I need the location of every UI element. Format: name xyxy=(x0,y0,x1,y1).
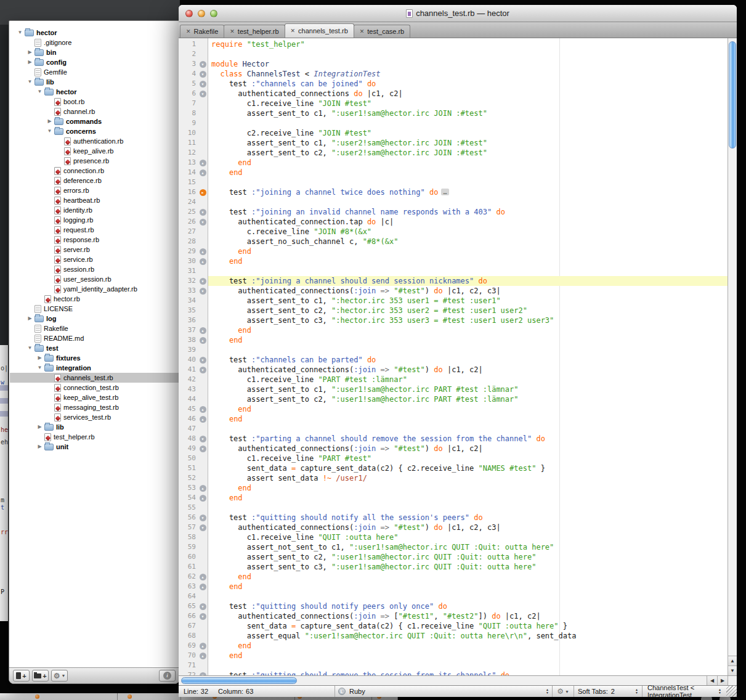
scroll-left-arrow[interactable]: ◀ xyxy=(707,676,717,685)
fold-start-marker[interactable]: ▾ xyxy=(197,79,208,89)
disclosure-closed-icon[interactable]: ▶ xyxy=(36,353,44,363)
scroll-right-arrow[interactable]: ▶ xyxy=(717,676,728,685)
tree-item[interactable]: ▶config xyxy=(10,57,179,67)
tree-item[interactable]: authentication.rb xyxy=(10,136,179,146)
tree-item[interactable]: ▶fixtures xyxy=(10,353,179,363)
tree-item[interactable]: request.rb xyxy=(10,225,179,235)
disclosure-closed-icon[interactable]: ▶ xyxy=(26,47,34,57)
title-bar[interactable]: channels_test.rb — hector xyxy=(179,5,737,22)
disclosure-open-icon[interactable]: ▼ xyxy=(26,343,34,353)
new-folder-button[interactable]: + xyxy=(32,670,49,682)
fold-start-marker[interactable]: ▾ xyxy=(197,217,208,227)
tree-item[interactable]: yaml_identity_adapter.rb xyxy=(10,284,179,294)
fold-start-marker[interactable]: ▾ xyxy=(197,69,208,79)
tree-item[interactable]: errors.rb xyxy=(10,185,179,195)
tree-item[interactable]: boot.rb xyxy=(10,97,179,107)
info-button[interactable]: i xyxy=(159,670,176,682)
resize-grip[interactable] xyxy=(726,686,737,697)
tree-item[interactable]: LICENSE xyxy=(10,304,179,314)
soft-tabs-selector[interactable]: Soft Tabs: 2 ▲▼ xyxy=(574,688,642,695)
fold-end-marker[interactable]: ▴ xyxy=(197,572,208,582)
fold-end-marker[interactable]: ▴ xyxy=(197,158,208,168)
tree-item[interactable]: hector.rb xyxy=(10,294,179,304)
tree-item[interactable]: keep_alive_test.rb xyxy=(10,393,179,402)
disclosure-closed-icon[interactable]: ▶ xyxy=(46,116,54,126)
tree-item[interactable]: identity.rb xyxy=(10,205,179,215)
fold-end-marker[interactable]: ▴ xyxy=(197,651,208,661)
fold-end-marker[interactable]: ▴ xyxy=(197,483,208,493)
fold-start-marker[interactable]: ▾ xyxy=(197,434,208,444)
disclosure-open-icon[interactable]: ▼ xyxy=(46,126,54,136)
vertical-scrollbar[interactable]: ▲ ▼ xyxy=(728,38,737,675)
fold-start-marker[interactable]: ▾ xyxy=(197,59,208,69)
tab-channels_test.rb[interactable]: ✕channels_test.rb xyxy=(285,23,354,38)
fold-end-marker[interactable]: ▴ xyxy=(197,404,208,414)
horizontal-scrollbar-thumb[interactable] xyxy=(181,677,297,684)
tree-item[interactable]: .gitignore xyxy=(10,38,179,47)
tree-item[interactable]: services_test.rb xyxy=(10,412,179,422)
tab-close-icon[interactable]: ✕ xyxy=(360,28,365,35)
tree-item[interactable]: presence.rb xyxy=(10,156,179,166)
new-file-button[interactable]: + xyxy=(13,670,30,682)
language-selector[interactable]: L Ruby ▲▼ xyxy=(335,688,552,695)
disclosure-closed-icon[interactable]: ▶ xyxy=(36,442,44,452)
code-editor[interactable]: 1require "test_helper"23▾module Hector4▾… xyxy=(179,38,737,675)
disclosure-closed-icon[interactable]: ▶ xyxy=(36,422,44,432)
folded-block-marker[interactable]: ▸ xyxy=(197,187,208,197)
tab-test_case.rb[interactable]: ✕test_case.rb xyxy=(354,25,410,38)
fold-start-marker[interactable]: ▾ xyxy=(197,601,208,611)
fold-start-marker[interactable]: ▾ xyxy=(197,523,208,532)
tree-item[interactable]: session.rb xyxy=(10,264,179,274)
tree-item[interactable]: README.md xyxy=(10,333,179,343)
tree-item[interactable]: ▶lib xyxy=(10,422,179,432)
bundle-actions-button[interactable]: ⚙ ▼ xyxy=(553,687,574,696)
disclosure-open-icon[interactable]: ▼ xyxy=(16,28,24,38)
minimize-window-button[interactable] xyxy=(198,10,205,17)
tree-item[interactable]: ▼lib xyxy=(10,77,179,87)
tree-item[interactable]: ▼integration xyxy=(10,363,179,373)
tree-item[interactable]: messaging_test.rb xyxy=(10,402,179,412)
tree-item[interactable]: connection_test.rb xyxy=(10,383,179,393)
fold-start-marker[interactable]: ▾ xyxy=(197,286,208,296)
tree-item[interactable]: ▼test xyxy=(10,343,179,353)
tree-item[interactable]: deference.rb xyxy=(10,176,179,185)
scroll-up-arrow[interactable]: ▲ xyxy=(728,656,737,665)
tree-item[interactable]: channel.rb xyxy=(10,107,179,116)
tree-item[interactable]: heartbeat.rb xyxy=(10,195,179,205)
disclosure-open-icon[interactable]: ▼ xyxy=(26,77,34,87)
fold-start-marker[interactable]: ▾ xyxy=(197,444,208,454)
scroll-down-arrow[interactable]: ▼ xyxy=(728,665,737,675)
fold-start-marker[interactable]: ▾ xyxy=(197,513,208,523)
fold-end-marker[interactable]: ▴ xyxy=(197,414,208,424)
fold-end-marker[interactable]: ▴ xyxy=(197,325,208,335)
fold-end-marker[interactable]: ▴ xyxy=(197,168,208,177)
tree-item[interactable]: test_helper.rb xyxy=(10,432,179,442)
tree-item[interactable]: ▶bin xyxy=(10,47,179,57)
fold-end-marker[interactable]: ▴ xyxy=(197,641,208,651)
fold-start-marker[interactable]: ▾ xyxy=(197,276,208,286)
fold-end-marker[interactable]: ▴ xyxy=(197,582,208,592)
fold-end-marker[interactable]: ▴ xyxy=(197,493,208,503)
fold-end-marker[interactable]: ▴ xyxy=(197,256,208,266)
tree-item[interactable]: connection.rb xyxy=(10,166,179,176)
tree-item[interactable]: user_session.rb xyxy=(10,274,179,284)
tree-item[interactable]: ▶commands xyxy=(10,116,179,126)
disclosure-open-icon[interactable]: ▼ xyxy=(36,87,44,97)
fold-end-marker[interactable]: ▴ xyxy=(197,335,208,345)
zoom-window-button[interactable] xyxy=(210,10,217,17)
disclosure-closed-icon[interactable]: ▶ xyxy=(26,314,34,324)
tab-close-icon[interactable]: ✕ xyxy=(291,28,296,34)
tree-item[interactable]: keep_alive.rb xyxy=(10,146,179,156)
tree-item[interactable]: server.rb xyxy=(10,245,179,254)
tree-item[interactable]: ▼concerns xyxy=(10,126,179,136)
tree-item[interactable]: ▶unit xyxy=(10,442,179,452)
disclosure-open-icon[interactable]: ▼ xyxy=(36,363,44,373)
tab-test_helper.rb[interactable]: ✕test_helper.rb xyxy=(224,25,285,38)
tree-item[interactable]: ▼hector xyxy=(10,28,179,38)
symbol-selector[interactable]: ChannelsTest < IntegrationTest ▲▼ xyxy=(643,684,726,699)
fold-start-marker[interactable]: ▾ xyxy=(197,670,208,675)
tree-item[interactable]: ▼hector xyxy=(10,87,179,97)
tree-item[interactable]: service.rb xyxy=(10,254,179,264)
fold-start-marker[interactable]: ▾ xyxy=(197,611,208,621)
drawer-actions-button[interactable]: ⚙▼ xyxy=(51,670,68,682)
